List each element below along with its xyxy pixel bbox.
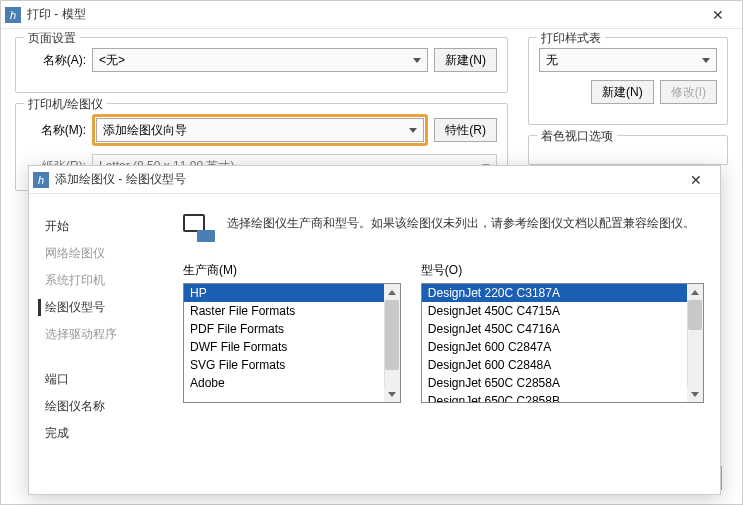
titlebar: h 打印 - 模型 ✕	[1, 1, 742, 29]
scrollbar-thumb[interactable]	[688, 300, 702, 330]
nav-model[interactable]: 绘图仪型号	[38, 299, 155, 316]
list-item[interactable]: DesignJet 220C C3187A	[422, 284, 703, 302]
page-new-button[interactable]: 新建(N)	[434, 48, 497, 72]
list-item[interactable]: DesignJet 450C C4715A	[422, 302, 703, 320]
styles-legend: 打印样式表	[537, 30, 605, 47]
list-item[interactable]: HP	[184, 284, 400, 302]
close-icon[interactable]: ✕	[676, 168, 716, 192]
wizard-titlebar: h 添加绘图仪 - 绘图仪型号 ✕	[29, 166, 720, 194]
nav-network[interactable]: 网络绘图仪	[45, 245, 155, 262]
viewport-group: 着色视口选项	[528, 135, 728, 165]
wizard-title: 添加绘图仪 - 绘图仪型号	[55, 171, 676, 188]
styles-value: 无	[546, 52, 558, 69]
mfr-listbox[interactable]: HPRaster File FormatsPDF File FormatsDWF…	[183, 283, 401, 403]
nav-driver[interactable]: 选择驱动程序	[45, 326, 155, 343]
nav-finish[interactable]: 完成	[45, 425, 155, 442]
printer-legend: 打印机/绘图仪	[24, 96, 107, 113]
page-setup-group: 页面设置 名称(A): <无> 新建(N)	[15, 37, 508, 93]
mfr-label: 生产商(M)	[183, 262, 401, 279]
chevron-up-icon	[388, 290, 396, 295]
styles-edit-button[interactable]: 修改(I)	[660, 80, 717, 104]
close-icon[interactable]: ✕	[698, 3, 738, 27]
styles-select[interactable]: 无	[539, 48, 717, 72]
list-item[interactable]: PDF File Formats	[184, 320, 400, 338]
page-name-value: <无>	[99, 52, 125, 69]
printer-props-button[interactable]: 特性(R)	[434, 118, 497, 142]
list-item[interactable]: DesignJet 600 C2848A	[422, 356, 703, 374]
model-listbox[interactable]: DesignJet 220C C3187ADesignJet 450C C471…	[421, 283, 704, 403]
styles-new-button[interactable]: 新建(N)	[591, 80, 654, 104]
printer-name-value: 添加绘图仪向导	[103, 122, 187, 139]
app-icon: h	[33, 172, 49, 188]
chevron-down-icon	[702, 58, 710, 63]
nav-system[interactable]: 系统打印机	[45, 272, 155, 289]
list-item[interactable]: SVG File Formats	[184, 356, 400, 374]
chevron-down-icon	[413, 58, 421, 63]
window-title: 打印 - 模型	[27, 6, 698, 23]
chevron-up-icon	[691, 290, 699, 295]
page-name-select[interactable]: <无>	[92, 48, 428, 72]
printer-name-select[interactable]: 添加绘图仪向导	[96, 118, 424, 142]
printer-name-label: 名称(M):	[26, 122, 86, 139]
wizard-hint: 选择绘图仪生产商和型号。如果该绘图仪未列出，请参考绘图仪文档以配置兼容绘图仪。	[227, 214, 695, 233]
list-item[interactable]: DesignJet 650C C2858B	[422, 392, 703, 402]
viewport-legend: 着色视口选项	[537, 128, 617, 145]
scrollbar[interactable]	[384, 284, 400, 402]
list-item[interactable]: DesignJet 450C C4716A	[422, 320, 703, 338]
nav-name[interactable]: 绘图仪名称	[45, 398, 155, 415]
page-name-label: 名称(A):	[26, 52, 86, 69]
nav-start[interactable]: 开始	[45, 218, 155, 235]
model-label: 型号(O)	[421, 262, 704, 279]
list-item[interactable]: Adobe	[184, 374, 400, 392]
list-item[interactable]: DesignJet 650C C2858A	[422, 374, 703, 392]
chevron-down-icon	[691, 392, 699, 397]
list-item[interactable]: DesignJet 600 C2847A	[422, 338, 703, 356]
chevron-down-icon	[409, 128, 417, 133]
nav-port[interactable]: 端口	[45, 371, 155, 388]
plotter-icon	[183, 214, 215, 242]
list-item[interactable]: Raster File Formats	[184, 302, 400, 320]
scrollbar-thumb[interactable]	[385, 300, 399, 370]
chevron-down-icon	[388, 392, 396, 397]
page-setup-legend: 页面设置	[24, 30, 80, 47]
add-plotter-wizard: h 添加绘图仪 - 绘图仪型号 ✕ 开始 网络绘图仪 系统打印机 绘图仪型号 选…	[28, 165, 721, 495]
styles-group: 打印样式表 无 新建(N) 修改(I)	[528, 37, 728, 125]
list-item[interactable]: DWF File Formats	[184, 338, 400, 356]
app-icon: h	[5, 7, 21, 23]
scrollbar[interactable]	[687, 284, 703, 402]
wizard-nav: 开始 网络绘图仪 系统打印机 绘图仪型号 选择驱动程序 端口 绘图仪名称 完成	[45, 214, 155, 484]
